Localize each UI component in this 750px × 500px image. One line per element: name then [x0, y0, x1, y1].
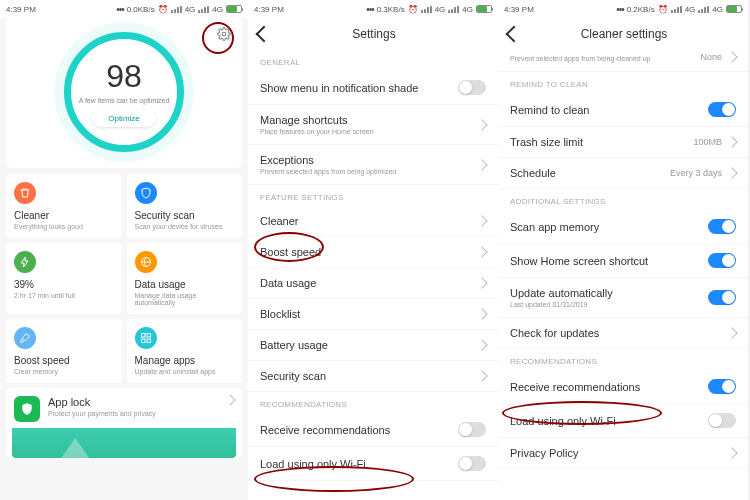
row-boost speed[interactable]: Boost speed [248, 237, 498, 268]
statusbar: 4:39 PM ••• 0.0KB/s ⏰ 4G 4G [0, 0, 248, 18]
card-title: Boost speed [14, 355, 114, 366]
statusbar: 4:39 PM ••• 0.2KB/s ⏰ 4G 4G [498, 0, 748, 18]
applock-sub: Protect your payments and privacy [48, 410, 218, 417]
toggle[interactable] [458, 422, 486, 437]
row-data usage[interactable]: Data usage [248, 268, 498, 299]
toggle[interactable] [708, 413, 736, 428]
score-ring: 98 A few items can be optimized Optimize [64, 32, 184, 152]
card-title: 39% [14, 279, 114, 290]
section-additional: ADDITIONAL SETTINGS [498, 189, 748, 210]
apps-icon [135, 327, 157, 349]
row-schedule[interactable]: ScheduleEvery 3 days [498, 158, 748, 189]
score-value: 98 [106, 58, 142, 95]
card-bolt[interactable]: 39% 2 hr 17 min until full [6, 243, 122, 314]
card-sub: Update and uninstall apps [135, 368, 235, 375]
chevron-right-icon [726, 167, 737, 178]
score-card: 98 A few items can be optimized Optimize [6, 18, 242, 168]
header: Cleaner settings [498, 18, 748, 50]
chevron-right-icon [476, 215, 487, 226]
row-security scan[interactable]: Security scan [248, 361, 498, 392]
section-recommendations: RECOMMENDATIONS [248, 392, 498, 413]
section-remind: REMIND TO CLEAN [498, 72, 748, 93]
card-sub: Scan your device for viruses [135, 223, 235, 230]
section-general: GENERAL [248, 50, 498, 71]
chevron-right-icon [726, 51, 737, 62]
row-trash-limit[interactable]: Trash size limit100MB [498, 127, 748, 158]
app-lock-card[interactable]: App lock Protect your payments and priva… [6, 388, 242, 458]
page-title: Cleaner settings [510, 27, 738, 41]
toggle[interactable] [458, 80, 486, 95]
chevron-right-icon [476, 308, 487, 319]
chevron-right-icon [476, 159, 487, 170]
chevron-right-icon [476, 119, 487, 130]
row-wifi-only[interactable]: Load using only Wi-Fi [248, 447, 498, 481]
card-title: Manage apps [135, 355, 235, 366]
toggle[interactable] [708, 219, 736, 234]
svg-point-0 [222, 32, 226, 36]
toggle[interactable] [708, 379, 736, 394]
phone-cleaner-settings: 4:39 PM ••• 0.2KB/s ⏰ 4G 4G Cleaner sett… [498, 0, 748, 500]
data-icon [135, 251, 157, 273]
chevron-right-icon [476, 370, 487, 381]
card-title: Cleaner [14, 210, 114, 221]
row-check-updates[interactable]: Check for updates [498, 318, 748, 349]
rocket-icon [14, 327, 36, 349]
row-battery usage[interactable]: Battery usage [248, 330, 498, 361]
svg-rect-3 [147, 334, 151, 338]
card-shield[interactable]: Security scan Scan your device for virus… [127, 174, 243, 238]
card-sub: Everything looks good [14, 223, 114, 230]
row-scan-memory[interactable]: Scan app memory [498, 210, 748, 244]
more-icon: ••• [116, 4, 124, 15]
card-rocket[interactable]: Boost speed Clear memory [6, 319, 122, 383]
chevron-right-icon [726, 447, 737, 458]
row-home-shortcut[interactable]: Show Home screen shortcut [498, 244, 748, 278]
row-manage-shortcuts[interactable]: Manage shortcutsPlace features on your H… [248, 105, 498, 145]
gear-icon [217, 27, 231, 41]
row-receive-recommendations[interactable]: Receive recommendations [248, 413, 498, 447]
trash-icon [14, 182, 36, 204]
page-title: Settings [260, 27, 488, 41]
card-title: Security scan [135, 210, 235, 221]
chevron-right-icon [726, 136, 737, 147]
chevron-right-icon [224, 394, 235, 405]
row-prevent-apps[interactable]: Prevent selected apps from being cleaned… [498, 50, 748, 72]
shield-icon [14, 396, 40, 422]
section-feature: FEATURE SETTINGS [248, 185, 498, 206]
row-exceptions[interactable]: ExceptionsPrevent selected apps from bei… [248, 145, 498, 185]
chevron-right-icon [476, 277, 487, 288]
row-blocklist[interactable]: Blocklist [248, 299, 498, 330]
svg-rect-4 [141, 339, 145, 343]
row-update-auto[interactable]: Update automaticallyLast updated 01/31/2… [498, 278, 748, 318]
toggle[interactable] [458, 456, 486, 471]
card-sub: Clear memory [14, 368, 114, 375]
card-title: Data usage [135, 279, 235, 290]
card-data[interactable]: Data usage Manage data usage automatical… [127, 243, 243, 314]
optimize-button[interactable]: Optimize [92, 110, 156, 127]
row-receive-recommendations[interactable]: Receive recommendations [498, 370, 748, 404]
statusbar: 4:39 PM ••• 0.3KB/s ⏰ 4G 4G [248, 0, 498, 18]
score-subtitle: A few items can be optimized [79, 97, 170, 104]
toggle[interactable] [708, 290, 736, 305]
shield-icon [135, 182, 157, 204]
svg-rect-2 [141, 334, 145, 338]
card-apps[interactable]: Manage apps Update and uninstall apps [127, 319, 243, 383]
chevron-right-icon [726, 327, 737, 338]
row-show-menu[interactable]: Show menu in notification shade [248, 71, 498, 105]
card-trash[interactable]: Cleaner Everything looks good [6, 174, 122, 238]
row-wifi-only[interactable]: Load using only Wi-Fi [498, 404, 748, 438]
chevron-right-icon [476, 339, 487, 350]
applock-title: App lock [48, 396, 218, 408]
row-privacy-policy[interactable]: Privacy Policy [498, 438, 748, 469]
illustration [12, 428, 236, 458]
svg-rect-5 [147, 339, 151, 343]
row-cleaner[interactable]: Cleaner [248, 206, 498, 237]
toggle[interactable] [708, 253, 736, 268]
phone-security-home: 4:39 PM ••• 0.0KB/s ⏰ 4G 4G 98 A few ite… [0, 0, 248, 500]
phone-settings: 4:39 PM ••• 0.3KB/s ⏰ 4G 4G Settings GEN… [248, 0, 498, 500]
card-sub: Manage data usage automatically [135, 292, 235, 306]
toggle[interactable] [708, 102, 736, 117]
card-sub: 2 hr 17 min until full [14, 292, 114, 299]
row-remind-clean[interactable]: Remind to clean [498, 93, 748, 127]
bolt-icon [14, 251, 36, 273]
settings-button[interactable] [214, 24, 234, 44]
